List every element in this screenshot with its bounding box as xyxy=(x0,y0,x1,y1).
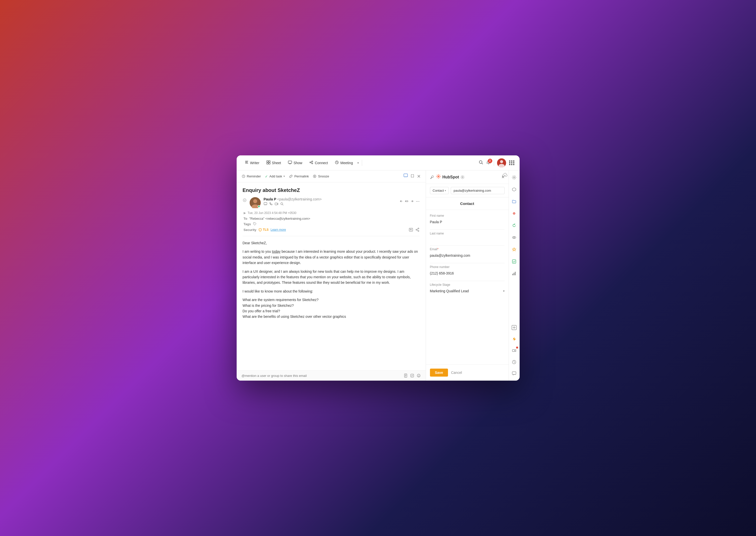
email-required-star: * xyxy=(438,248,439,251)
lifecycle-select[interactable]: Marketing Qualified Lead ▾ xyxy=(430,287,505,294)
forward-icon[interactable] xyxy=(410,199,414,203)
svg-point-16 xyxy=(500,160,503,163)
hubspot-settings-icon[interactable] xyxy=(460,175,464,179)
sidebar-icon-clock[interactable] xyxy=(510,358,518,366)
underline-today: today xyxy=(272,250,280,253)
sidebar-icon-add[interactable] xyxy=(510,323,518,332)
expand-icon[interactable] xyxy=(411,174,414,179)
reminder-label: Reminder xyxy=(247,174,261,178)
body-p1: I am writing to you today because I am i… xyxy=(243,249,420,265)
translate-icon[interactable] xyxy=(409,227,413,232)
sender-phone-icon[interactable] xyxy=(269,202,273,206)
to-label: To xyxy=(244,217,247,220)
tls-badge: TLS xyxy=(258,228,269,231)
svg-point-27 xyxy=(281,203,283,205)
reply-input[interactable] xyxy=(242,374,401,378)
body-list: What are the system requirements for Ske… xyxy=(243,297,420,319)
sender-chat-icon[interactable] xyxy=(264,202,267,206)
sidebar-icon-star[interactable] xyxy=(510,246,518,253)
reply-all-icon[interactable] xyxy=(405,199,409,203)
reply-icons xyxy=(404,374,421,378)
snooze-button[interactable]: Snooze xyxy=(313,174,329,178)
email-panel: Reminder ✓ Add task ▾ Permalink Snooze xyxy=(236,170,426,381)
body-p2: I am a UX designer, and I am always look… xyxy=(243,269,420,285)
sidebar-icon-eye[interactable] xyxy=(510,233,518,242)
hubspot-email-input[interactable] xyxy=(451,187,504,194)
svg-rect-51 xyxy=(515,272,516,275)
sidebar-icon-refresh[interactable] xyxy=(510,221,518,229)
body-p3: I would like to know more about the foll… xyxy=(243,288,420,294)
sidebar-icon-recording[interactable] xyxy=(510,347,518,354)
share-icon[interactable] xyxy=(415,227,420,232)
reply-box xyxy=(236,370,426,381)
sender-video-icon[interactable] xyxy=(275,202,278,206)
form-sep-2 xyxy=(430,245,505,246)
search-button[interactable] xyxy=(479,160,483,166)
reply-file-icon[interactable] xyxy=(404,374,408,378)
svg-rect-32 xyxy=(409,228,413,231)
contact-type-select[interactable]: Contact ▾ xyxy=(430,187,449,194)
notification-button[interactable]: 2 xyxy=(486,160,491,166)
first-name-field: First name Paula P xyxy=(430,214,505,225)
nav-sheet-label: Sheet xyxy=(272,161,281,165)
more-options-icon[interactable] xyxy=(416,199,420,203)
reply-left-icon[interactable] xyxy=(399,199,403,203)
sender-info: Paula P <paula@zylkertraining.com> xyxy=(264,197,420,206)
permalink-button[interactable]: Permalink xyxy=(289,174,309,178)
contact-type-chevron: ▾ xyxy=(445,189,446,192)
sidebar-icon-gem[interactable] xyxy=(510,185,518,193)
nav-connect-label: Connect xyxy=(315,161,328,165)
hubspot-sprocket-icon xyxy=(436,174,441,180)
sidebar-icon-folder[interactable] xyxy=(510,197,518,205)
add-task-dropdown[interactable]: ▾ xyxy=(283,175,285,178)
nav-writer[interactable]: Writer xyxy=(242,159,263,167)
first-name-value: Paula P xyxy=(430,218,505,225)
nav-show[interactable]: Show xyxy=(285,159,305,167)
hubspot-save-button[interactable]: Save xyxy=(430,369,448,377)
sidebar-icon-settings[interactable] xyxy=(510,173,518,182)
hubspot-cancel-button[interactable]: Cancel xyxy=(451,371,462,375)
nav-meeting[interactable]: Meeting xyxy=(332,159,356,167)
security-label: Security xyxy=(244,228,256,232)
apps-grid-button[interactable] xyxy=(509,160,515,165)
close-icon[interactable]: ✕ xyxy=(417,174,421,179)
app-window: Writer Sheet Show Connect Meeting ▾ xyxy=(236,155,520,381)
svg-point-38 xyxy=(417,374,420,377)
body-greeting: Dear SketcheZ, xyxy=(243,240,420,246)
svg-point-39 xyxy=(418,375,418,376)
sidebar-icon-filter[interactable] xyxy=(510,210,518,218)
sidebar-icon-lightning[interactable] xyxy=(510,335,518,343)
email-sender-row: Paula P <paula@zylkertraining.com> xyxy=(243,197,420,208)
hubspot-wrench-icon xyxy=(430,175,434,179)
reminder-button[interactable]: Reminder xyxy=(242,174,261,178)
svg-point-9 xyxy=(312,161,313,162)
right-sidebar-bottom xyxy=(510,323,518,378)
reply-emoji-icon[interactable] xyxy=(417,374,421,378)
sidebar-icon-check[interactable] xyxy=(510,257,518,265)
reply-task-icon[interactable] xyxy=(410,374,414,378)
form-sep-1 xyxy=(430,229,505,230)
sidebar-icon-chart[interactable] xyxy=(510,270,518,278)
learn-more-link[interactable]: Learn more xyxy=(270,228,286,231)
sender-search-icon[interactable] xyxy=(280,202,284,206)
svg-rect-55 xyxy=(512,372,516,375)
chat-icon[interactable] xyxy=(403,173,408,179)
permalink-label: Permalink xyxy=(294,174,309,178)
writer-icon xyxy=(245,160,249,165)
svg-point-42 xyxy=(462,177,463,178)
user-avatar[interactable] xyxy=(497,158,506,167)
email-subject: Enquiry about SketcheZ xyxy=(243,187,420,193)
lifecycle-chevron: ▾ xyxy=(503,289,505,293)
svg-point-34 xyxy=(416,229,417,230)
add-task-button[interactable]: ✓ Add task ▾ xyxy=(265,174,285,179)
nav-connect[interactable]: Connect xyxy=(306,159,331,167)
collapse-toggle[interactable] xyxy=(243,198,247,202)
tag-icon[interactable] xyxy=(253,222,257,226)
sidebar-icon-chat-bottom[interactable] xyxy=(510,370,518,378)
tags-label: Tags xyxy=(244,222,251,226)
svg-rect-25 xyxy=(264,202,267,205)
nav-sheet[interactable]: Sheet xyxy=(264,159,284,167)
hubspot-contact-form: First name Paula P Last name Email* paul… xyxy=(426,210,509,364)
svg-point-30 xyxy=(418,201,419,202)
nav-more-dropdown[interactable]: ▾ xyxy=(357,161,359,165)
